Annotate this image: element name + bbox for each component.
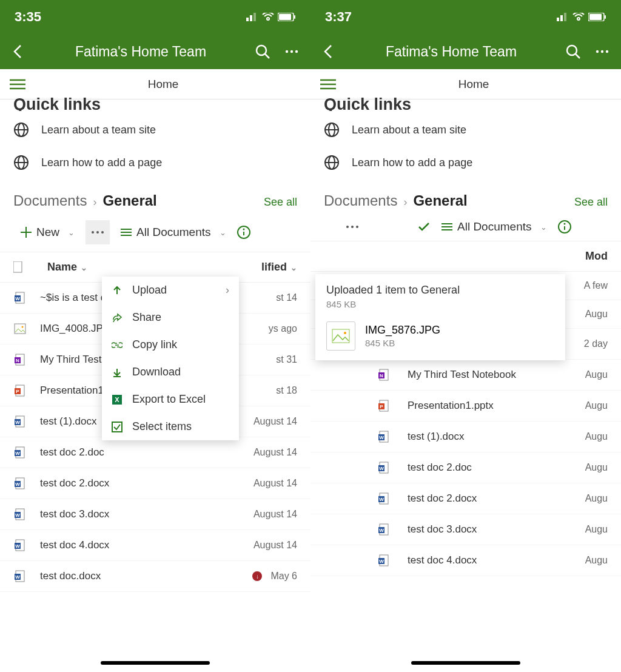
- menu-upload[interactable]: Upload›: [102, 277, 239, 304]
- file-date: st 18: [276, 385, 297, 396]
- modified-column[interactable]: Mod: [585, 250, 608, 263]
- link-icon: [112, 340, 123, 351]
- quicklink-label: Learn how to add a page: [352, 156, 472, 169]
- breadcrumb-row: Documents›General See all: [310, 179, 621, 214]
- home-indicator[interactable]: [101, 661, 210, 665]
- svg-rect-0: [246, 18, 249, 21]
- more-horiz-icon[interactable]: [346, 225, 359, 229]
- svg-point-86: [356, 226, 358, 228]
- svg-text:N: N: [16, 358, 19, 363]
- column-header: Mod: [310, 241, 621, 272]
- svg-text:W: W: [15, 512, 20, 518]
- toast-file-size: 845 KB: [365, 338, 440, 348]
- svg-text:W: W: [15, 451, 20, 456]
- breadcrumb[interactable]: Documents›General: [324, 192, 468, 209]
- svg-point-117: [344, 332, 346, 334]
- see-all-link[interactable]: See all: [574, 196, 608, 209]
- svg-text:W: W: [379, 466, 384, 471]
- file-name: test doc 4.docx: [408, 554, 585, 566]
- menu-download[interactable]: Download: [102, 358, 239, 386]
- svg-text:W: W: [15, 543, 20, 549]
- file-row[interactable]: Wtest doc 4.docxAugust 14: [0, 530, 310, 561]
- menu-icon[interactable]: [320, 78, 336, 90]
- menu-share[interactable]: Share: [102, 304, 239, 331]
- search-icon[interactable]: [565, 44, 581, 59]
- file-row[interactable]: Wtest (1).docxAugu: [310, 422, 621, 452]
- overflow-button[interactable]: [86, 220, 110, 244]
- file-row[interactable]: Wtest doc 3.docxAugu: [310, 514, 621, 545]
- menu-export-excel[interactable]: XExport to Excel: [102, 386, 239, 413]
- status-icons: [557, 13, 606, 21]
- name-column[interactable]: Name⌄: [47, 261, 87, 274]
- svg-text:W: W: [379, 528, 384, 533]
- quicklink-add-page[interactable]: Learn how to add a page: [310, 146, 621, 179]
- back-icon[interactable]: [11, 44, 27, 59]
- file-row[interactable]: Wtest doc 3.docxAugust 14: [0, 499, 310, 530]
- globe-icon: [13, 155, 29, 170]
- quicklink-add-page[interactable]: Learn how to add a page: [0, 146, 310, 179]
- svg-rect-66: [564, 13, 566, 21]
- svg-text:W: W: [15, 482, 20, 487]
- share-icon: [112, 312, 123, 323]
- quick-links-heading: Quick links: [310, 95, 621, 111]
- file-row[interactable]: Wtest doc 2.docxAugust 14: [0, 468, 310, 499]
- svg-text:N: N: [380, 373, 383, 378]
- subheader-title[interactable]: Home: [25, 78, 301, 91]
- file-row[interactable]: Wtest doc 2.docxAugu: [310, 483, 621, 514]
- file-date: August 14: [253, 509, 297, 520]
- globe-icon: [324, 122, 340, 138]
- menu-icon[interactable]: [10, 78, 25, 90]
- quicklink-team-site[interactable]: Learn about a team site: [310, 113, 621, 146]
- home-indicator[interactable]: [411, 661, 520, 665]
- view-selector[interactable]: All Documents⌄: [121, 226, 226, 239]
- upload-toast: Uploaded 1 item to General 845 KB IMG_58…: [315, 274, 565, 360]
- new-button[interactable]: New⌄: [21, 226, 75, 239]
- info-icon[interactable]: [558, 220, 571, 234]
- modified-column[interactable]: lified⌄: [261, 261, 297, 274]
- more-icon[interactable]: [284, 44, 300, 59]
- file-row[interactable]: Wtest doc 2.docAugust 14: [0, 437, 310, 468]
- quicklink-team-site[interactable]: Learn about a team site: [0, 113, 310, 146]
- file-date: st 14: [276, 292, 297, 303]
- svg-point-85: [351, 226, 354, 228]
- svg-text:P: P: [380, 404, 383, 409]
- file-date: May 6: [270, 571, 297, 582]
- menu-copy-link[interactable]: Copy link: [102, 331, 239, 358]
- svg-rect-63: [112, 422, 122, 432]
- file-row[interactable]: Wtest doc.docx↓May 6: [0, 561, 310, 592]
- select-icon: [112, 422, 123, 432]
- svg-point-84: [346, 226, 349, 228]
- more-icon[interactable]: [594, 44, 610, 59]
- status-bar: 3:37: [310, 0, 621, 34]
- file-date: August 14: [253, 540, 297, 551]
- view-selector[interactable]: All Documents⌄: [441, 220, 547, 234]
- file-row[interactable]: Wtest doc 4.docxAugu: [310, 545, 621, 576]
- file-icon: W: [13, 477, 27, 490]
- header-title: Fatima's Home Team: [40, 44, 241, 60]
- menu-select-items[interactable]: Select items: [102, 413, 239, 440]
- file-name: test (1).docx: [408, 431, 585, 443]
- svg-point-10: [295, 50, 298, 53]
- file-icon: W: [13, 291, 27, 304]
- file-row[interactable]: PPresentation1.pptxAugu: [310, 391, 621, 422]
- file-name: test doc 2.doc: [40, 446, 253, 459]
- check-icon[interactable]: [417, 221, 431, 232]
- file-row[interactable]: Wtest doc 2.docAugu: [310, 452, 621, 483]
- svg-text:W: W: [379, 435, 384, 440]
- file-row[interactable]: NMy Third Test NotebookAugu: [310, 360, 621, 391]
- back-icon[interactable]: [321, 44, 337, 59]
- info-icon[interactable]: [237, 226, 250, 239]
- svg-point-8: [286, 50, 288, 53]
- subheader-title[interactable]: Home: [336, 78, 611, 91]
- breadcrumb[interactable]: Documents›General: [13, 192, 157, 209]
- excel-icon: X: [112, 394, 123, 405]
- search-icon[interactable]: [255, 44, 270, 59]
- file-name: test doc 3.docx: [408, 523, 585, 536]
- file-date: 2 day: [584, 338, 608, 349]
- sync-error-icon: ↓: [252, 571, 262, 581]
- file-icon: W: [377, 461, 391, 474]
- toast-file-name: IMG_5876.JPG: [365, 324, 440, 337]
- see-all-link[interactable]: See all: [264, 196, 297, 209]
- toast-file-row[interactable]: IMG_5876.JPG 845 KB: [326, 321, 554, 351]
- file-icon: W: [13, 415, 27, 428]
